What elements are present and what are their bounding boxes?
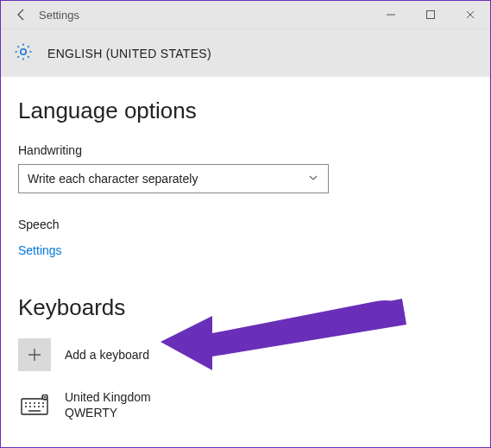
speech-settings-link[interactable]: Settings — [18, 243, 62, 257]
chevron-down-icon — [307, 172, 319, 186]
svg-point-2 — [21, 48, 26, 54]
close-button[interactable] — [450, 1, 490, 28]
language-heading: ENGLISH (UNITED STATES) — [47, 47, 211, 60]
maximize-button[interactable] — [411, 1, 450, 28]
plus-icon — [18, 338, 51, 371]
titlebar: Settings — [1, 1, 490, 28]
handwriting-label: Handwriting — [18, 143, 473, 157]
page-subheader: ENGLISH (UNITED STATES) — [1, 28, 490, 77]
add-keyboard-label: Add a keyboard — [65, 348, 149, 362]
minimize-button[interactable] — [371, 1, 411, 28]
keyboard-item[interactable]: United Kingdom QWERTY — [18, 388, 473, 421]
window-controls — [371, 1, 490, 28]
svg-rect-1 — [427, 11, 435, 19]
gear-icon — [13, 41, 34, 66]
back-button[interactable] — [8, 1, 35, 28]
handwriting-dropdown-value: Write each character separately — [28, 172, 198, 186]
keyboard-item-layout: QWERTY — [65, 405, 151, 420]
app-title: Settings — [39, 9, 79, 22]
keyboard-item-text: United Kingdom QWERTY — [65, 389, 151, 420]
handwriting-dropdown[interactable]: Write each character separately — [18, 164, 329, 193]
keyboard-icon — [18, 388, 51, 421]
language-options-heading: Language options — [18, 98, 473, 124]
content-area: Language options Handwriting Write each … — [1, 77, 490, 421]
speech-label: Speech — [18, 218, 473, 231]
add-keyboard-button[interactable]: Add a keyboard — [18, 337, 473, 373]
keyboard-item-name: United Kingdom — [65, 389, 151, 405]
keyboards-heading: Keyboards — [18, 294, 473, 321]
